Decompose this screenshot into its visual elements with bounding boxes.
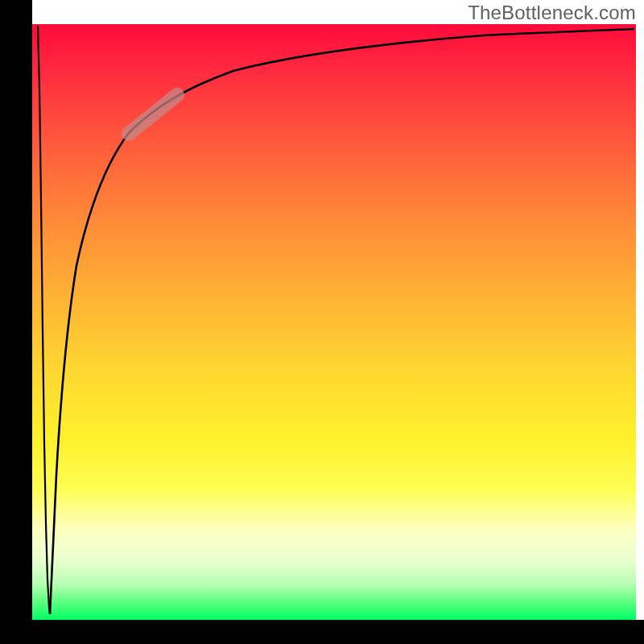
chart-container: TheBottleneck.com — [0, 0, 644, 644]
plot-gradient-background — [32, 24, 636, 620]
x-axis — [0, 620, 644, 644]
y-axis — [0, 0, 32, 644]
watermark-text: TheBottleneck.com — [468, 2, 636, 24]
